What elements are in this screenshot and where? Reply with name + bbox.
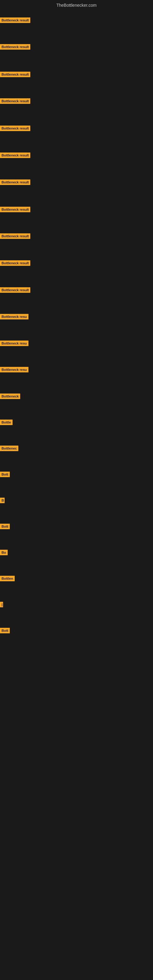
bottleneck-item-7: Bottleneck result: [0, 180, 30, 185]
bottleneck-badge-21: Bo: [0, 550, 8, 555]
bottleneck-badge-3: Bottleneck result: [0, 72, 30, 77]
bottleneck-badge-17: Bottlenec: [0, 445, 18, 451]
bottleneck-badge-15: Bottleneck: [0, 393, 20, 399]
bottleneck-badge-6: Bottleneck result: [0, 153, 30, 158]
bottleneck-item-1: Bottleneck result: [0, 18, 30, 23]
bottleneck-item-13: Bottleneck resu: [0, 340, 29, 346]
bottleneck-badge-9: Bottleneck result: [0, 233, 30, 239]
bottleneck-badge-12: Bottleneck resu: [0, 314, 29, 320]
bottleneck-item-8: Bottleneck result: [0, 207, 30, 212]
bottleneck-item-23: |: [0, 602, 3, 607]
bottleneck-badge-18: Bott: [0, 472, 10, 477]
bottleneck-item-15: Bottleneck: [0, 393, 20, 399]
bottleneck-item-20: Bott: [0, 524, 10, 529]
bottleneck-item-17: Bottlenec: [0, 445, 18, 451]
bottleneck-badge-24: Bott: [0, 628, 10, 633]
bottleneck-item-10: Bottleneck result: [0, 260, 30, 266]
bottleneck-badge-11: Bottleneck result: [0, 287, 30, 293]
bottleneck-item-18: Bott: [0, 472, 10, 477]
bottleneck-badge-7: Bottleneck result: [0, 180, 30, 185]
bottleneck-badge-1: Bottleneck result: [0, 18, 30, 23]
items-container: Bottleneck resultBottleneck resultBottle…: [0, 9, 153, 980]
bottleneck-item-16: Bottle: [0, 420, 13, 425]
bottleneck-item-9: Bottleneck result: [0, 233, 30, 239]
bottleneck-item-3: Bottleneck result: [0, 72, 30, 77]
bottleneck-item-22: Bottlen: [0, 576, 15, 581]
bottleneck-badge-13: Bottleneck resu: [0, 340, 29, 346]
bottleneck-badge-10: Bottleneck result: [0, 260, 30, 266]
bottleneck-badge-16: Bottle: [0, 420, 13, 425]
bottleneck-item-2: Bottleneck result: [0, 44, 30, 49]
site-title: TheBottlenecker.com: [56, 3, 97, 8]
bottleneck-badge-22: Bottlen: [0, 576, 15, 581]
bottleneck-badge-20: Bott: [0, 524, 10, 529]
bottleneck-item-19: B: [0, 498, 5, 503]
bottleneck-item-12: Bottleneck resu: [0, 314, 29, 320]
bottleneck-badge-8: Bottleneck result: [0, 207, 30, 212]
bottleneck-item-14: Bottleneck resu: [0, 367, 29, 372]
site-header: TheBottlenecker.com: [0, 0, 153, 9]
bottleneck-item-5: Bottleneck result: [0, 126, 30, 131]
bottleneck-item-11: Bottleneck result: [0, 287, 30, 293]
bottleneck-badge-2: Bottleneck result: [0, 44, 30, 49]
bottleneck-item-21: Bo: [0, 550, 8, 555]
bottleneck-badge-23: |: [0, 602, 3, 607]
bottleneck-item-24: Bott: [0, 628, 10, 633]
bottleneck-item-6: Bottleneck result: [0, 153, 30, 158]
bottleneck-badge-14: Bottleneck resu: [0, 367, 29, 372]
bottleneck-badge-4: Bottleneck result: [0, 98, 30, 104]
bottleneck-badge-19: B: [0, 498, 5, 503]
bottleneck-item-4: Bottleneck result: [0, 98, 30, 104]
bottleneck-badge-5: Bottleneck result: [0, 126, 30, 131]
